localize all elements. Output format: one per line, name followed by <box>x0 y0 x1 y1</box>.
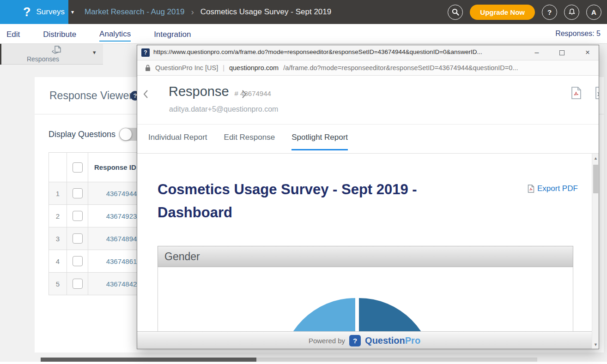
scroll-up-arrow-icon[interactable]: ▲ <box>592 155 599 162</box>
address-domain: questionpro.com <box>229 64 279 72</box>
close-icon: × <box>585 48 590 57</box>
notifications-button[interactable] <box>564 5 579 20</box>
row-number: 2 <box>49 205 67 227</box>
breadcrumb: Market Research - Aug 2019 › Cosmetics U… <box>85 0 331 24</box>
secondary-export-icon[interactable] <box>595 87 599 99</box>
header-actions: Upgrade Now ? A <box>448 0 601 24</box>
chevron-left-icon <box>143 90 148 99</box>
next-response-button[interactable] <box>242 90 247 99</box>
responses-dropdown-caret-icon[interactable]: ▾ <box>93 49 96 56</box>
gender-section-header: Gender <box>158 246 573 267</box>
response-number: # 43674944 <box>235 90 271 97</box>
response-title: Response <box>169 84 229 99</box>
questionpro-logo-icon: ? <box>23 6 31 18</box>
row-checkbox[interactable] <box>73 211 83 221</box>
bell-icon <box>568 8 576 16</box>
nav-item-distribute[interactable]: Distribute <box>43 27 76 41</box>
surveys-product-menu[interactable]: ? Surveys ▾ <box>0 0 68 24</box>
tab-individual-report[interactable]: Individual Report <box>148 133 207 150</box>
tabs-divider <box>137 153 599 154</box>
scroll-down-arrow-icon[interactable]: ▼ <box>592 341 599 348</box>
page-bottom-strip <box>0 362 607 364</box>
response-id-column-header[interactable]: Response ID <box>94 163 136 171</box>
popup-title-bar[interactable]: ? https://www.questionpro.com/a/frame.do… <box>137 45 599 60</box>
product-tab-label: Surveys <box>36 7 65 17</box>
responses-tab-label: Responses <box>1 55 85 63</box>
search-icon <box>452 8 459 16</box>
previous-response-button[interactable] <box>143 90 148 99</box>
report-title: Cosmetics Usage Survey - Sept 2019 - Das… <box>158 178 490 224</box>
questionpro-favicon: ? <box>141 48 150 57</box>
chevron-down-icon: ▾ <box>71 9 74 15</box>
lock-icon <box>145 64 151 72</box>
window-close-button[interactable]: × <box>580 47 595 58</box>
row-checkbox[interactable] <box>73 256 83 266</box>
nav-item-integration[interactable]: Integration <box>154 27 191 41</box>
chevron-right-icon <box>242 90 247 99</box>
export-pdf-link[interactable]: Export PDF <box>528 184 578 193</box>
pie-half-right[interactable] <box>359 298 433 331</box>
app-header: ? Surveys ▾ Market Research - Aug 2019 ›… <box>0 0 607 24</box>
address-separator: | <box>223 64 225 72</box>
respondent-email: aditya.datar+5@questionpro.com <box>169 105 278 113</box>
window-maximize-button[interactable] <box>554 47 570 58</box>
response-editor-popup-window: ? https://www.questionpro.com/a/frame.do… <box>137 45 599 349</box>
popup-window-title-url: https://www.questionpro.com/a/frame.do?m… <box>153 48 518 57</box>
breadcrumb-parent-link[interactable]: Market Research - Aug 2019 <box>85 7 184 17</box>
screen: ? Surveys ▾ Market Research - Aug 2019 ›… <box>0 0 607 364</box>
tab-spotlight-report[interactable]: Spotlight Report <box>291 133 348 150</box>
search-button[interactable] <box>448 5 463 20</box>
pdf-file-icon <box>528 185 534 193</box>
toggle-knob <box>120 128 132 140</box>
responses-count-label: Responses: 5 <box>555 30 601 38</box>
certificate-organization: QuestionPro Inc [US] <box>155 64 218 72</box>
upgrade-now-button[interactable]: Upgrade Now <box>470 5 535 20</box>
export-pdf-label: Export PDF <box>537 184 578 193</box>
nav-item-analytics[interactable]: Analytics <box>99 27 131 42</box>
popup-address-bar[interactable]: QuestionPro Inc [US] | questionpro.com/a… <box>137 60 599 76</box>
gender-pie-chart[interactable] <box>281 298 433 331</box>
horizontal-scrollbar-track[interactable] <box>41 358 537 362</box>
help-button[interactable]: ? <box>542 5 557 20</box>
powered-by-label: Powered by <box>309 337 345 345</box>
user-avatar[interactable]: A <box>586 5 601 20</box>
breadcrumb-current: Cosmetics Usage Survey - Sept 2019 <box>200 7 331 17</box>
horizontal-scrollbar-thumb[interactable] <box>41 358 256 362</box>
row-number: 4 <box>49 250 67 272</box>
powered-by-footer: Powered by ? QuestionPro <box>137 331 592 349</box>
tab-edit-response[interactable]: Edit Response <box>224 133 275 150</box>
minimize-icon: – <box>535 48 539 57</box>
select-all-checkbox[interactable] <box>73 162 83 173</box>
responses-pages-icon <box>50 45 63 56</box>
survey-nav-bar: Edit Distribute Analytics Integration Re… <box>0 24 607 44</box>
responses-toolbar-tab[interactable]: Responses ▾ <box>1 44 103 65</box>
response-title-row: Response # 43674944 <box>169 84 271 99</box>
display-questions-label: Display Questions <box>49 130 115 139</box>
gender-chart-area <box>158 267 573 331</box>
row-number: 1 <box>49 182 67 204</box>
help-icon: ? <box>547 8 552 16</box>
response-viewer-title: Response Viewer <box>49 90 133 102</box>
row-checkbox[interactable] <box>73 279 83 289</box>
questionpro-footer-logo-icon: ? <box>349 335 361 346</box>
row-checkbox[interactable] <box>73 188 83 198</box>
pie-half-left[interactable] <box>281 298 355 331</box>
report-tabs: Individual Report Edit Response Spotligh… <box>148 133 348 150</box>
maximize-icon <box>559 50 565 55</box>
avatar-initial: A <box>591 8 596 16</box>
address-path: /a/frame.do?mode=responseeditor&response… <box>283 64 518 72</box>
vertical-scrollbar-thumb[interactable] <box>593 165 598 193</box>
report-title-line2: Dashboard <box>158 201 490 224</box>
report-title-line1: Cosmetics Usage Survey - Sept 2019 - <box>158 178 490 201</box>
popup-header-divider <box>137 124 599 125</box>
window-minimize-button[interactable]: – <box>529 47 545 58</box>
export-pdf-icon[interactable] <box>571 87 582 99</box>
popup-vertical-scrollbar[interactable]: ▲ ▼ <box>592 154 599 349</box>
breadcrumb-separator-icon: › <box>191 7 194 17</box>
row-checkbox[interactable] <box>73 233 83 244</box>
questionpro-brand-wordmark[interactable]: QuestionPro <box>365 335 420 346</box>
nav-item-edit[interactable]: Edit <box>6 27 20 41</box>
row-number: 3 <box>49 227 67 250</box>
gender-question-panel: Gender <box>158 246 573 331</box>
row-number: 5 <box>49 273 67 295</box>
